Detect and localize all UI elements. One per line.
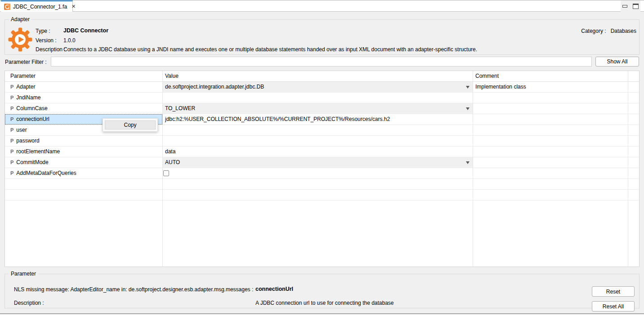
parameter-name-value: connectionUrl bbox=[255, 286, 293, 292]
dropdown-arrow-icon[interactable] bbox=[466, 161, 470, 164]
context-menu-item-copy[interactable]: Copy bbox=[105, 120, 156, 129]
adapter-editor-window: JDBC_Connector_1.fa ✕ Adapter bbox=[0, 0, 644, 316]
parameter-name-cell[interactable]: PColumnCase bbox=[5, 103, 162, 114]
parameter-detail-legend: Parameter bbox=[9, 271, 38, 277]
parameter-filter-input[interactable] bbox=[51, 57, 592, 67]
tab-close-icon[interactable]: ✕ bbox=[72, 4, 76, 9]
column-header-parameter[interactable]: Parameter bbox=[5, 71, 162, 81]
tab-jdbc-connector[interactable]: JDBC_Connector_1.fa ✕ bbox=[1, 0, 73, 12]
parameter-table: Parameter Value Comment PAdapterde.softp… bbox=[4, 71, 640, 267]
parameter-value-cell[interactable] bbox=[162, 168, 473, 178]
parameter-description-value: A JDBC connection url to use for connect… bbox=[255, 300, 394, 306]
parameter-name-cell[interactable]: PJndiName bbox=[5, 93, 162, 103]
table-row[interactable]: PAdapterde.softproject.integration.adapt… bbox=[5, 82, 639, 93]
parameter-icon: P bbox=[10, 147, 13, 157]
param-table-rows: PAdapterde.softproject.integration.adapt… bbox=[5, 82, 639, 200]
parameter-description-label: Description : bbox=[14, 300, 44, 306]
table-row[interactable]: PAddMetaDataForQueries bbox=[5, 168, 639, 179]
parameter-extra-cell bbox=[628, 147, 639, 157]
dropdown-arrow-icon[interactable] bbox=[466, 107, 470, 110]
parameter-name-cell[interactable]: PCommitMode bbox=[5, 157, 162, 168]
table-row[interactable]: Puser bbox=[5, 125, 639, 136]
table-row[interactable]: ProotElementNamedata bbox=[5, 147, 639, 157]
parameter-name-cell[interactable]: ProotElementName bbox=[5, 147, 162, 157]
parameter-icon: P bbox=[10, 103, 13, 114]
type-value: JDBC Connector bbox=[63, 27, 108, 34]
value-text: TO_LOWER bbox=[165, 103, 473, 114]
parameter-label: connectionUrl bbox=[16, 114, 49, 125]
table-row[interactable]: PJndiName bbox=[5, 93, 639, 103]
value-text: jdbc:h2:%USER_COLLECTION_ABSOLUTE%/%CURR… bbox=[165, 114, 473, 125]
parameter-label: Adapter bbox=[16, 82, 35, 92]
parameter-value-cell[interactable]: AUTO bbox=[162, 157, 473, 168]
parameter-detail-panel: Parameter NLS missing message: AdapterEd… bbox=[4, 271, 640, 308]
parameter-icon: P bbox=[10, 125, 13, 135]
parameter-icon: P bbox=[10, 93, 13, 103]
parameter-label: AddMetaDataForQueries bbox=[16, 168, 76, 178]
value-text: AUTO bbox=[165, 157, 473, 168]
parameter-name-cell[interactable]: PAdapter bbox=[5, 82, 162, 92]
type-label: Type : bbox=[36, 28, 50, 34]
reset-all-button[interactable]: Reset All bbox=[592, 301, 635, 312]
parameter-icon: P bbox=[10, 168, 13, 178]
version-value: 1.0.0 bbox=[63, 37, 76, 44]
parameter-value-cell[interactable]: de.softproject.integration.adapter.jdbc.… bbox=[162, 82, 473, 92]
parameter-label: rootElementName bbox=[16, 147, 60, 157]
parameter-comment-cell bbox=[473, 168, 628, 178]
table-empty-row bbox=[5, 190, 639, 200]
adapter-gear-icon bbox=[8, 27, 32, 52]
parameter-extra-cell bbox=[628, 93, 639, 103]
parameter-extra-cell bbox=[628, 125, 639, 135]
column-divider bbox=[628, 71, 628, 267]
table-header-row: Parameter Value Comment bbox=[5, 71, 639, 82]
parameter-value-cell[interactable]: data bbox=[162, 147, 473, 157]
maximize-icon[interactable] bbox=[633, 4, 639, 9]
parameter-comment-cell bbox=[473, 114, 628, 125]
table-row[interactable]: PCommitModeAUTO bbox=[5, 157, 639, 168]
description-label: Description : bbox=[36, 46, 66, 53]
parameter-label: ColumnCase bbox=[16, 103, 47, 114]
table-row[interactable]: PconnectionUrljdbc:h2:%USER_COLLECTION_A… bbox=[5, 114, 639, 125]
parameter-extra-cell bbox=[628, 168, 639, 178]
tab-title: JDBC_Connector_1.fa bbox=[13, 4, 67, 10]
parameter-name-cell[interactable]: Ppassword bbox=[5, 136, 162, 146]
table-row[interactable]: PColumnCaseTO_LOWER bbox=[5, 103, 639, 114]
parameter-comment-cell bbox=[473, 157, 628, 168]
window-bottom-strip bbox=[0, 314, 644, 316]
column-header-comment[interactable]: Comment bbox=[473, 71, 628, 81]
dropdown-arrow-icon[interactable] bbox=[466, 86, 470, 89]
parameter-comment-cell bbox=[473, 103, 628, 114]
parameter-value-cell[interactable] bbox=[162, 136, 473, 146]
parameter-comment-cell: Implementation class bbox=[473, 82, 628, 92]
column-header-value[interactable]: Value bbox=[162, 71, 473, 81]
version-label: Version : bbox=[36, 37, 57, 44]
category-field: Category : Databases bbox=[581, 28, 636, 34]
parameter-icon: P bbox=[10, 82, 13, 92]
editor-tab-bar: JDBC_Connector_1.fa ✕ bbox=[0, 0, 644, 12]
parameter-value-cell[interactable] bbox=[162, 93, 473, 103]
adapter-file-icon bbox=[4, 4, 10, 10]
minimize-icon[interactable] bbox=[622, 5, 627, 8]
parameter-icon: P bbox=[10, 114, 13, 125]
parameter-extra-cell bbox=[628, 114, 639, 125]
parameter-filter-label: Parameter Filter : bbox=[5, 59, 47, 65]
show-all-button[interactable]: Show All bbox=[595, 57, 639, 67]
parameter-extra-cell bbox=[628, 157, 639, 168]
table-row[interactable]: Ppassword bbox=[5, 136, 639, 147]
parameter-extra-cell bbox=[628, 136, 639, 146]
parameter-icon: P bbox=[10, 136, 13, 146]
table-empty-row bbox=[5, 179, 639, 190]
parameter-label: JndiName bbox=[16, 93, 40, 103]
reset-button[interactable]: Reset bbox=[592, 286, 635, 297]
value-checkbox[interactable] bbox=[163, 170, 169, 176]
value-text: data bbox=[165, 147, 473, 157]
description-value: Connects to a JDBC database using a JNDI… bbox=[63, 46, 477, 53]
parameter-value-cell[interactable] bbox=[162, 125, 473, 135]
adapter-panel-legend: Adapter bbox=[9, 16, 31, 22]
adapter-info-panel: Adapter Type : JDBC Connector bbox=[4, 16, 640, 55]
parameter-name-cell[interactable]: PAddMetaDataForQueries bbox=[5, 168, 162, 178]
parameter-label: password bbox=[16, 136, 39, 146]
parameter-value-cell[interactable]: TO_LOWER bbox=[162, 103, 473, 114]
category-value: Databases bbox=[611, 28, 636, 34]
parameter-value-cell[interactable]: jdbc:h2:%USER_COLLECTION_ABSOLUTE%/%CURR… bbox=[162, 114, 473, 125]
